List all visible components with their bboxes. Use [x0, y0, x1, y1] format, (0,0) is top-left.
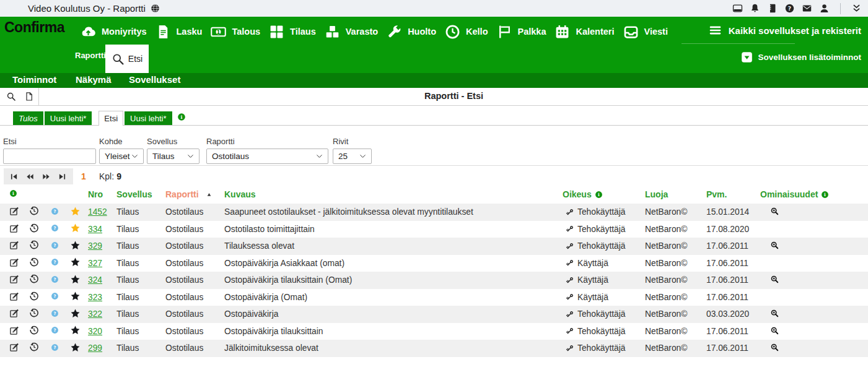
col-header-oikeus[interactable]: Oikeus i — [558, 189, 641, 199]
help-question-icon[interactable]: ? — [51, 224, 59, 232]
nav-item-lasku[interactable]: Lasku — [156, 24, 203, 40]
zoom-in-icon[interactable] — [770, 207, 779, 215]
zoom-in-icon[interactable] — [770, 275, 779, 283]
nav-item-moniyritys[interactable]: Moniyritys — [81, 24, 147, 40]
help-question-icon[interactable]: ? — [51, 258, 59, 266]
favorite-star-icon[interactable] — [70, 274, 81, 285]
search-input[interactable] — [3, 149, 96, 164]
notifications-bell-icon[interactable] — [750, 3, 760, 14]
favorite-star-icon[interactable] — [70, 291, 81, 301]
all-apps-button[interactable]: Kaikki sovellukset ja rekisterit — [708, 17, 861, 44]
nav-item-talous[interactable]: 1 Talous — [211, 24, 260, 40]
sovellus-select[interactable]: Tilaus — [147, 149, 199, 164]
zoom-in-icon[interactable] — [770, 309, 779, 317]
report-number-link[interactable]: 322 — [88, 309, 102, 319]
raportti-select[interactable]: Ostotilaus — [206, 149, 328, 164]
history-icon[interactable] — [29, 223, 39, 233]
history-icon[interactable] — [29, 325, 39, 335]
help-question-icon[interactable]: ? — [51, 326, 59, 334]
help-question-icon[interactable]: ? — [51, 343, 59, 351]
search-icon[interactable] — [6, 92, 16, 101]
edit-icon[interactable] — [9, 206, 19, 216]
help-question-icon[interactable]: ? — [51, 309, 59, 317]
nav-item-huolto[interactable]: Huolto — [387, 24, 436, 40]
report-number-link[interactable]: 324 — [88, 275, 102, 285]
edit-icon[interactable] — [9, 291, 19, 301]
history-icon[interactable] — [29, 240, 39, 250]
col-header-luoja[interactable]: Luoja — [641, 189, 703, 199]
edit-icon[interactable] — [9, 308, 19, 318]
collapse-double-chevron-icon[interactable] — [851, 3, 862, 14]
tab-etsi-2[interactable]: Etsi — [99, 111, 123, 126]
nav-item-kello[interactable]: Kello — [445, 24, 488, 40]
col-header-kuvaus[interactable]: Kuvaus — [220, 189, 558, 199]
zoom-in-icon[interactable] — [770, 343, 779, 351]
zoom-in-icon[interactable] — [770, 326, 779, 335]
tab-uusilehti-1[interactable]: Uusi lehti* — [45, 111, 92, 125]
zoom-in-icon[interactable] — [770, 241, 779, 249]
tab-uusilehti-3[interactable]: Uusi lehti* — [125, 111, 172, 125]
favorite-star-icon[interactable] — [70, 342, 81, 353]
history-icon[interactable] — [29, 206, 39, 216]
first-page-button[interactable] — [6, 168, 22, 184]
help-question-icon[interactable]: ? — [51, 241, 59, 249]
edit-icon[interactable] — [9, 257, 19, 267]
app-search-button[interactable]: Etsi — [105, 45, 149, 73]
help-question-icon[interactable]: ? — [51, 292, 59, 300]
favorite-star-icon[interactable] — [70, 257, 81, 267]
col-header-sovellus[interactable]: Sovellus — [112, 189, 158, 199]
tab-tulos-0[interactable]: Tulos — [13, 111, 43, 125]
apps-window-icon[interactable] — [732, 3, 743, 14]
info-icon[interactable]: i — [595, 191, 603, 199]
col-header-nro[interactable]: Nro — [84, 189, 112, 199]
app-more-actions-button[interactable]: Sovelluksen lisätoiminnot — [741, 46, 861, 67]
favorite-star-icon[interactable] — [70, 325, 81, 335]
help-icon[interactable]: ? — [784, 3, 795, 14]
favorite-star-icon[interactable] — [70, 240, 81, 251]
bookmarks-book-icon[interactable] — [767, 3, 778, 14]
mail-icon[interactable] — [802, 3, 812, 14]
favorite-star-icon[interactable] — [70, 308, 81, 319]
current-page[interactable]: 1 — [79, 168, 88, 184]
report-number-link[interactable]: 323 — [88, 293, 102, 302]
report-number-link[interactable]: 327 — [88, 259, 102, 268]
col-header-raportti[interactable]: Raportti — [158, 189, 220, 199]
col-header-ominaisuudet[interactable]: Ominaisuudet i — [759, 189, 868, 199]
nav-item-varasto[interactable]: Varasto — [325, 24, 378, 40]
favorite-star-icon[interactable] — [70, 223, 81, 233]
help-question-icon[interactable]: ? — [51, 275, 59, 283]
report-number-link[interactable]: 299 — [88, 343, 102, 353]
help-question-icon[interactable]: ? — [51, 207, 59, 215]
history-icon[interactable] — [29, 342, 39, 352]
history-icon[interactable] — [29, 274, 39, 284]
edit-icon[interactable] — [9, 240, 19, 250]
last-page-button[interactable] — [54, 168, 70, 184]
prev-page-button[interactable] — [22, 168, 38, 184]
user-icon[interactable] — [819, 3, 830, 14]
report-number-link[interactable]: 320 — [88, 327, 102, 336]
nav-item-kalenteri[interactable]: Kalenteri — [555, 24, 614, 40]
report-number-link[interactable]: 329 — [88, 241, 102, 251]
report-number-link[interactable]: 1452 — [88, 207, 107, 217]
rivit-select[interactable]: 25 — [333, 149, 372, 164]
info-icon[interactable]: i — [821, 191, 829, 199]
edit-icon[interactable] — [9, 325, 19, 335]
info-icon[interactable]: i — [9, 189, 17, 197]
menu-nakyma[interactable]: Näkymä — [76, 74, 112, 85]
info-icon[interactable]: i — [177, 113, 186, 121]
menu-toiminnot[interactable]: Toiminnot — [12, 74, 56, 85]
menu-sovellukset[interactable]: Sovellukset — [129, 74, 180, 85]
report-number-link[interactable]: 334 — [88, 225, 102, 234]
nav-item-palkka[interactable]: Palkka — [497, 24, 546, 40]
nav-item-tilaus[interactable]: Tilaus — [269, 24, 316, 40]
history-icon[interactable] — [29, 257, 39, 267]
edit-icon[interactable] — [9, 223, 19, 233]
history-icon[interactable] — [29, 308, 39, 318]
favorite-star-icon[interactable] — [70, 206, 81, 217]
col-header-pvm[interactable]: Pvm. — [703, 189, 759, 199]
new-document-icon[interactable] — [24, 92, 34, 101]
history-icon[interactable] — [29, 291, 39, 301]
kohde-select[interactable]: Yleiset — [99, 149, 144, 164]
edit-icon[interactable] — [9, 274, 19, 284]
nav-item-viesti[interactable]: Viesti — [623, 24, 668, 40]
